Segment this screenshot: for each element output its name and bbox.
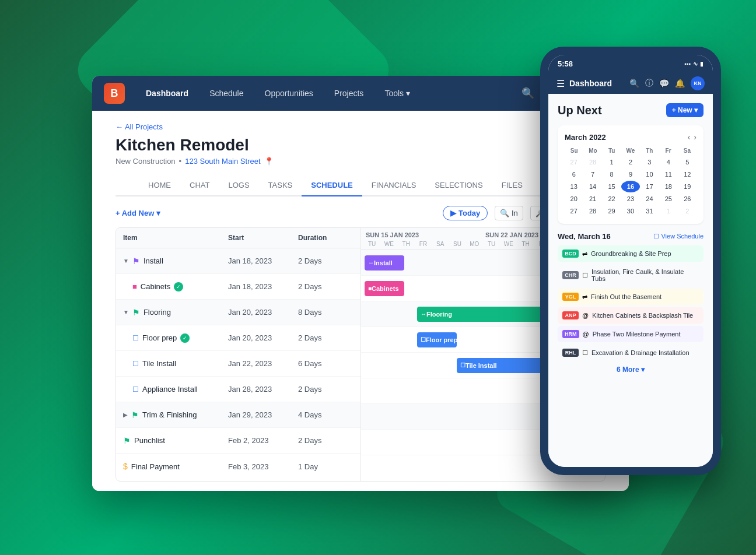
tab-files[interactable]: FILES xyxy=(492,175,532,196)
expand-icon[interactable]: ▶ xyxy=(123,412,128,418)
phone-bell-icon[interactable]: 🔔 xyxy=(675,79,685,88)
cal-day[interactable]: 9 xyxy=(621,168,639,180)
cal-day[interactable]: 2 xyxy=(621,156,639,168)
cal-day[interactable]: 28 xyxy=(583,156,601,168)
cal-next-icon[interactable]: › xyxy=(694,132,696,142)
cal-day[interactable]: 18 xyxy=(659,181,677,192)
bar-install[interactable]: ↔ Install xyxy=(365,255,404,271)
zoom-in-button[interactable]: 🔍 In xyxy=(495,206,523,220)
cal-day[interactable]: 2 xyxy=(678,205,696,217)
cal-day[interactable]: 28 xyxy=(583,205,601,217)
list-item[interactable]: HRM@Phase Two Milestone Payment xyxy=(558,326,704,342)
row-install-start: Jan 18, 2023 xyxy=(221,257,291,265)
view-schedule-link[interactable]: ☐ View Schedule xyxy=(653,233,704,240)
phone-content: Up Next + New ▾ March 2022 ‹ › Su Mo Tu … xyxy=(548,94,713,467)
table-row: ⚑ Punchlist Feb 2, 2023 2 Days xyxy=(116,428,360,454)
today-button[interactable]: ▶ Today xyxy=(443,206,488,220)
phone-chat-icon[interactable]: 💬 xyxy=(659,79,669,88)
phone-nav-title: Dashboard xyxy=(569,79,625,88)
table-row: ▼ ⚑ Install Jan 18, 2023 2 Days xyxy=(116,248,360,274)
collapse-icon[interactable]: ▼ xyxy=(123,309,129,315)
cal-day[interactable]: 27 xyxy=(565,156,583,168)
row-flooring-item: ▼ ⚑ Flooring xyxy=(116,308,221,317)
nav-schedule[interactable]: Schedule xyxy=(200,84,253,103)
cal-day[interactable]: 27 xyxy=(565,205,583,217)
phone-search-icon[interactable]: 🔍 xyxy=(629,79,639,88)
nav-opportunities[interactable]: Opportunities xyxy=(256,84,323,103)
cal-day[interactable]: 8 xyxy=(603,168,621,180)
tab-selections[interactable]: SELECTIONS xyxy=(425,175,492,196)
cal-day[interactable]: 31 xyxy=(640,205,659,217)
col-start-header: Start xyxy=(221,228,291,248)
schedule-item-text: Excavation & Drainage Installation xyxy=(592,349,690,356)
cal-day[interactable]: 5 xyxy=(678,156,696,168)
nav-dashboard[interactable]: Dashboard xyxy=(136,84,198,103)
collapse-icon[interactable]: ▼ xyxy=(123,258,129,264)
cal-day[interactable]: 1 xyxy=(659,205,677,217)
payment-icon: $ xyxy=(123,462,128,471)
cal-day[interactable]: 20 xyxy=(565,193,583,205)
day-tu2: TU xyxy=(483,241,500,247)
bar-cabinets[interactable]: ■ Cabinets xyxy=(365,281,404,296)
cal-day[interactable]: 17 xyxy=(640,181,659,192)
list-item[interactable]: BCD⇌Groundbreaking & Site Prep xyxy=(558,245,704,262)
schedule-badge: BCD xyxy=(562,250,579,258)
nav-links: Dashboard Schedule Opportunities Project… xyxy=(136,84,522,103)
cal-day[interactable]: 15 xyxy=(603,181,621,192)
back-link[interactable]: All Projects xyxy=(116,122,606,131)
task-icon: ☐ xyxy=(132,360,139,368)
cal-day[interactable]: 11 xyxy=(659,168,677,180)
nav-tools[interactable]: Tools ▾ xyxy=(375,84,419,103)
tab-tasks[interactable]: TASKS xyxy=(259,175,302,196)
tab-financials[interactable]: FINANCIALS xyxy=(362,175,426,196)
cal-day[interactable]: 26 xyxy=(678,193,696,205)
cal-day[interactable]: 21 xyxy=(583,193,601,205)
location-icon: 📍 xyxy=(264,157,274,166)
row-install-name: Install xyxy=(144,257,163,265)
cal-day[interactable]: 24 xyxy=(640,193,659,205)
cal-day[interactable]: 25 xyxy=(659,193,677,205)
cal-hdr-we: We xyxy=(621,147,640,154)
hamburger-icon[interactable]: ☰ xyxy=(556,78,565,89)
tab-chat[interactable]: CHAT xyxy=(180,175,219,196)
schedule-item-icon: @ xyxy=(582,312,589,319)
phone-time: 5:58 xyxy=(558,59,573,68)
cal-day[interactable]: 22 xyxy=(603,193,621,205)
row-trim-name: Trim & Finishing xyxy=(142,410,197,419)
list-item[interactable]: CHR☐Insulation, Fire Caulk, & Insulate T… xyxy=(558,264,704,286)
add-new-button[interactable]: + Add New ▾ xyxy=(116,209,160,217)
cal-day[interactable]: 14 xyxy=(583,181,601,192)
cal-day[interactable]: 4 xyxy=(659,156,677,168)
cal-day[interactable]: 7 xyxy=(583,168,601,180)
new-button[interactable]: + New ▾ xyxy=(666,103,704,117)
schedule-item-text: Finish Out the Basement xyxy=(591,293,662,300)
cal-day[interactable]: 13 xyxy=(565,181,583,192)
list-item[interactable]: RHL☐Excavation & Drainage Installation xyxy=(558,345,704,361)
cal-day[interactable]: 3 xyxy=(640,156,659,168)
tab-home[interactable]: HOME xyxy=(139,175,180,196)
cal-day[interactable]: 6 xyxy=(565,168,583,180)
phone-help-icon[interactable]: ⓘ xyxy=(645,78,653,89)
cal-day[interactable]: 29 xyxy=(603,205,621,217)
list-item[interactable]: YGL⇌Finish Out the Basement xyxy=(558,289,704,305)
app-logo[interactable]: B xyxy=(104,83,125,104)
cal-day[interactable]: 16 xyxy=(621,181,639,192)
phone-user-avatar[interactable]: KN xyxy=(691,76,705,90)
cal-day[interactable]: 19 xyxy=(678,181,696,192)
tab-schedule[interactable]: SCHEDULE xyxy=(302,175,362,196)
tab-logs[interactable]: LOGS xyxy=(219,175,258,196)
cal-day[interactable]: 23 xyxy=(621,193,639,205)
list-item[interactable]: ANP@Kitchen Cabinets & Backsplash Tile xyxy=(558,307,704,324)
cal-day[interactable]: 12 xyxy=(678,168,696,180)
bar-floorprep[interactable]: ☐ Floor prep xyxy=(417,332,457,347)
project-address[interactable]: 123 South Main Street xyxy=(185,157,260,166)
cal-prev-icon[interactable]: ‹ xyxy=(688,132,691,142)
schedule-toolbar: + Add New ▾ ▶ Today 🔍 In 🔎 Out ⇅ Fu... xyxy=(116,206,606,220)
cal-day[interactable]: 1 xyxy=(603,156,621,168)
cal-day[interactable]: 30 xyxy=(621,205,639,217)
search-icon[interactable]: 🔍 xyxy=(522,87,534,100)
cal-day[interactable]: 10 xyxy=(640,168,659,180)
cal-hdr-fr: Fr xyxy=(659,147,677,154)
nav-projects[interactable]: Projects xyxy=(325,84,373,103)
more-link[interactable]: 6 More ▾ xyxy=(558,366,704,374)
